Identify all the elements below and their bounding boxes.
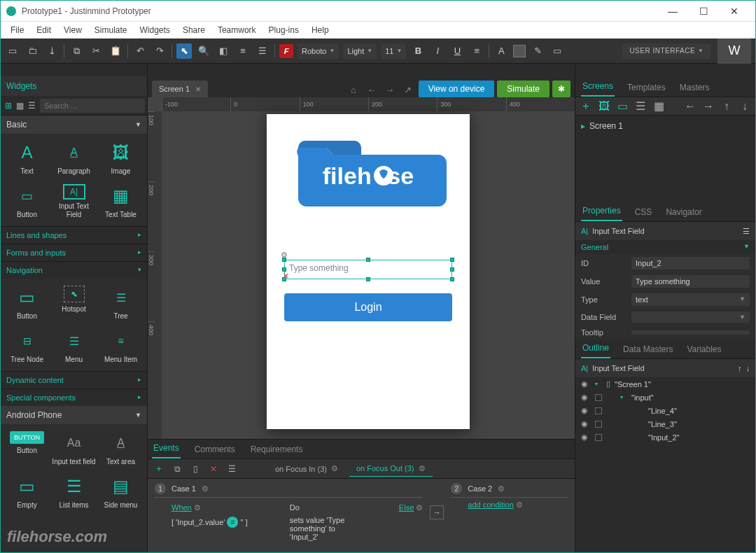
widget-treenode[interactable]: ⊟Tree Node [5,326,49,367]
pointer-tool-icon[interactable]: ⬉ [176,43,192,59]
widget-hotspot[interactable]: ⬉Hotspot [52,283,96,323]
delete-event-icon[interactable]: ✕ [206,462,220,476]
new-file-icon[interactable]: ▭ [5,43,20,59]
add-screen-icon[interactable]: + [580,100,592,113]
redo-icon[interactable]: ↷ [152,43,167,59]
nav-down-icon[interactable]: ↓ [738,100,751,113]
menu-widgets[interactable]: Widgets [134,25,176,35]
grid-view-icon[interactable]: ▦ [652,100,665,113]
widget-nav-button[interactable]: ▭Button [5,283,49,323]
outline-row-line3[interactable]: ◉"Line_3" [575,417,755,430]
italic-button[interactable]: I [430,43,445,59]
forward-nav-icon[interactable]: → [382,82,398,97]
align-icon[interactable]: ≡ [235,43,251,59]
tab-events[interactable]: Events [152,439,181,458]
lock-checkbox[interactable] [595,407,602,414]
gear-icon[interactable]: ⚙ [419,464,426,473]
font-family-select[interactable]: Roboto▼ [298,43,339,59]
nav-left-icon[interactable]: ← [684,100,696,113]
resize-handle[interactable] [450,277,454,281]
gear-icon[interactable]: ⚙ [331,464,338,473]
else-link[interactable]: Else [399,503,414,512]
resize-handle[interactable] [366,258,370,262]
phone-button[interactable]: BUTTONButton [5,428,49,469]
resize-handle[interactable] [450,267,454,272]
jump-nav-icon[interactable]: ↗ [400,82,416,97]
bold-button[interactable]: B [410,43,426,59]
widget-image[interactable]: 🖼Image [99,138,143,178]
simulate-button[interactable]: Simulate [497,80,550,97]
workspace-selector[interactable]: USER INTERFACE▼ [622,43,710,59]
lock-checkbox[interactable] [595,434,602,441]
value-input[interactable]: Type something [631,275,750,288]
general-section[interactable]: General▼ [575,240,755,254]
back-nav-icon[interactable]: ← [364,82,379,97]
gear-icon[interactable]: ⚙ [202,484,209,493]
fill-color-swatch[interactable] [513,45,526,57]
tab-requirements[interactable]: Requirements [249,440,304,458]
menu-share[interactable]: Share [177,25,211,35]
tab-variables[interactable]: Variables [685,340,722,358]
when-link[interactable]: When [172,503,192,512]
lock-checkbox[interactable] [595,394,602,401]
next-case-arrow[interactable]: → [430,505,444,519]
minimize-button[interactable]: — [657,1,688,22]
folder-icon[interactable]: ▭ [616,100,629,113]
eye-icon[interactable]: ◉ [581,379,591,388]
tab-navigator[interactable]: Navigator [664,203,703,221]
eye-icon[interactable]: ◉ [581,393,591,402]
eye-icon[interactable]: ◉ [581,406,591,415]
outline-row-input[interactable]: ◉▾"input" [575,391,755,404]
tooltip-input[interactable] [631,330,750,335]
menu-simulate[interactable]: Simulate [89,25,133,35]
move-down-icon[interactable]: ↓ [746,364,750,372]
list-view-icon[interactable]: ☰ [634,100,647,113]
lock-checkbox[interactable] [595,421,602,428]
widget-text[interactable]: AText [5,138,49,178]
menu-teamwork[interactable]: Teamwork [212,25,262,35]
outline-row-screen[interactable]: ◉▾▯"Screen 1" [575,377,755,391]
menu-edit[interactable]: Edit [31,25,57,35]
cut-icon[interactable]: ✂ [88,43,104,59]
add-condition-link[interactable]: add condition [468,500,513,509]
maximize-button[interactable]: ☐ [688,1,719,22]
phone-sidemenu[interactable]: ▤Side menu [99,472,143,512]
widget-search-input[interactable] [40,99,145,113]
copy-icon[interactable]: ⧉ [69,43,84,59]
widget-menu[interactable]: ☰Menu [52,326,96,367]
options-icon[interactable]: ☰ [225,462,239,476]
id-input[interactable]: Input_2 [631,257,750,270]
widget-menuitem[interactable]: ≡Menu Item [99,326,143,367]
menu-file[interactable]: File [5,25,29,35]
move-up-icon[interactable]: ↑ [738,364,742,372]
outline-row-line4[interactable]: ◉"Line_4" [575,404,755,417]
phone-input[interactable]: AaInput text field [52,428,96,469]
cat-forms[interactable]: Forms and inputs▸ [1,244,147,261]
menu-view[interactable]: View [58,25,88,35]
distribute-icon[interactable]: ☰ [255,43,270,59]
close-tab-icon[interactable]: ✕ [195,85,201,93]
nav-right-icon[interactable]: → [702,100,715,113]
add-widget-icon[interactable]: ⊞ [5,99,12,113]
tab-css[interactable]: CSS [634,203,654,221]
eye-icon[interactable]: ◉ [581,433,591,442]
screen-tab[interactable]: Screen 1✕ [152,80,208,97]
text-color-icon[interactable]: A [493,43,509,59]
basic-category-select[interactable]: Basic▼ [1,115,147,134]
cat-special[interactable]: Special components▸ [1,388,147,406]
resize-handle[interactable] [450,258,454,262]
eraser-icon[interactable]: ◧ [216,43,231,59]
tab-datamasters[interactable]: Data Masters [622,340,674,358]
save-icon[interactable]: ⤓ [44,43,59,59]
workspace-badge[interactable]: W [718,38,751,64]
eye-icon[interactable]: ◉ [581,419,591,428]
selected-input-widget[interactable]: ⚙ ✕ Type something [284,260,452,279]
cat-navigation[interactable]: Navigation▾ [1,261,147,279]
tab-comments[interactable]: Comments [193,440,237,458]
menu-plugins[interactable]: Plug-ins [263,25,304,35]
cat-lines[interactable]: Lines and shapes▸ [1,226,147,244]
close-button[interactable]: ✕ [719,1,750,22]
widget-table[interactable]: ▦Text Table [99,181,143,222]
expand-icon[interactable]: ▾ [620,394,627,400]
datafield-select[interactable]: ▼ [631,312,750,323]
